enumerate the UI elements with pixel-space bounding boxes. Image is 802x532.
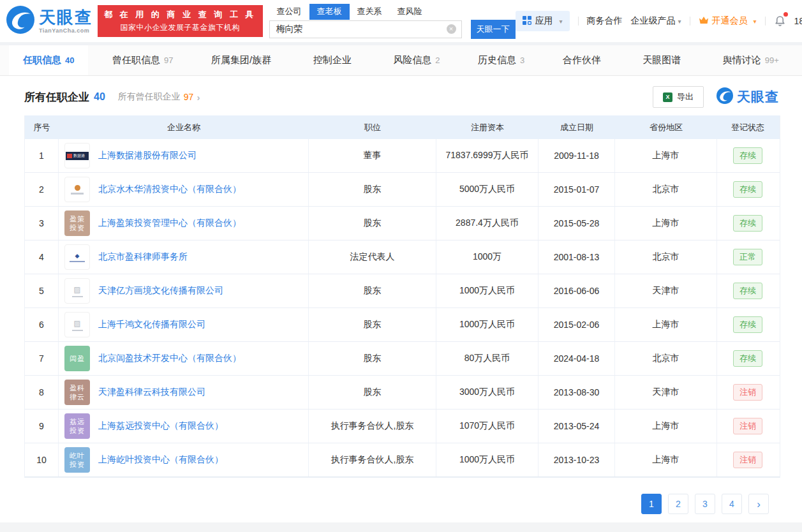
page-tab-label: 合作伙伴 [563, 54, 601, 66]
position-value: 董事 [364, 150, 382, 161]
capital-value: 1000万人民币 [459, 454, 515, 466]
date-cell: 2001-08-13 [538, 240, 615, 274]
company-logo [64, 177, 90, 202]
row-index-cell: 4 [25, 240, 59, 274]
position-value: 股东 [364, 387, 382, 398]
page-tab-count: 40 [65, 55, 74, 65]
position-value: 执行事务合伙人,股东 [331, 420, 414, 432]
date-value: 2015-01-07 [554, 184, 600, 195]
table-row: 1 数据港 上海数据港股份有限公司 董事 71837.6999万人民币 2009… [25, 139, 780, 173]
chevron-down-icon: ▾ [754, 18, 757, 25]
page-tab[interactable]: 任职信息 40 [9, 45, 88, 75]
date-value: 2013-10-23 [554, 455, 600, 465]
position-value: 股东 [364, 184, 382, 195]
search-tab[interactable]: 查风险 [390, 4, 430, 20]
page-button[interactable]: 4 [722, 494, 742, 514]
date-value: 2016-06-06 [554, 286, 600, 296]
nav-enterprise-products[interactable]: 企业级产品 ▾ [631, 15, 681, 27]
search-tab[interactable]: 查公司 [269, 4, 309, 20]
former-positions-link[interactable]: 所有曾任职企业 97 › [118, 91, 200, 103]
tianyancha-logo[interactable]: 天眼查 TianYanCha.com [6, 6, 93, 36]
page-tab[interactable]: 控制企业 [299, 45, 369, 75]
company-logo: 闾盈 [64, 346, 90, 371]
company-link[interactable]: 北京闾盈技术开发中心（有限合伙） [98, 353, 241, 364]
table-row: 3 盈策投资 上海盈策投资管理中心（有限合伙） 股东 2887.4万人民币 20… [25, 207, 780, 240]
company-link[interactable]: 上海盈策投资管理中心（有限合伙） [98, 218, 241, 229]
table-row: 8 盈科律云 天津盈科律云科技有限公司 股东 3000万人民币 2013-08-… [25, 376, 780, 410]
province-value: 北京市 [653, 184, 679, 195]
position-value: 股东 [364, 319, 382, 330]
status-cell: 存续 [717, 342, 778, 375]
company-link[interactable]: 上海荔远投资中心（有限合伙） [98, 420, 223, 432]
company-link[interactable]: 北京市盈科律师事务所 [98, 251, 188, 263]
page-tab[interactable]: 舆情讨论 99+ [709, 45, 793, 75]
capital-cell: 3000万人民币 [436, 376, 538, 409]
position-cell: 股东 [309, 342, 436, 375]
table-row: 9 荔远投资 上海荔远投资中心（有限合伙） 执行事务合伙人,股东 1070万人民… [25, 410, 780, 443]
search-tab[interactable]: 查老板 [309, 4, 350, 20]
company-link[interactable]: 天津盈科律云科技有限公司 [98, 387, 205, 398]
nav-divider [578, 17, 579, 26]
province-value: 天津市 [653, 285, 679, 297]
page-tab-count: 3 [520, 55, 524, 65]
province-value: 北京市 [653, 251, 679, 263]
page-button[interactable]: 1 [641, 494, 662, 514]
company-link[interactable]: 上海千鸿文化传播有限公司 [98, 319, 205, 330]
export-button[interactable]: X 导出 [653, 86, 704, 108]
company-logo: 屹叶投资 [64, 447, 90, 473]
section-header: 所有任职企业 40 所有曾任职企业 97 › X 导出 天眼查 [24, 87, 779, 107]
province-value: 上海市 [653, 319, 679, 330]
page-tab[interactable]: 风险信息 2 [379, 45, 454, 75]
page-tab-label: 舆情讨论 [723, 54, 761, 66]
nav-vip-upgrade[interactable]: 开通会员 ▾ [699, 15, 757, 27]
search-button[interactable]: 天眼一下 [471, 20, 516, 39]
top-header: 天眼查 TianYanCha.com 都 在 用 的 商 业 查 询 工 具 国… [0, 0, 802, 42]
nav-business-cooperation[interactable]: 商务合作 [587, 15, 623, 27]
row-index: 8 [39, 387, 44, 397]
page-button[interactable]: 2 [668, 494, 688, 514]
company-link[interactable]: 北京水木华清投资中心（有限合伙） [98, 184, 241, 195]
nav-divider [765, 17, 766, 26]
page-tab[interactable]: 所属集团/族群 [197, 45, 289, 75]
page-tab[interactable]: 曾任职信息 97 [98, 45, 187, 75]
notifications-button[interactable] [774, 14, 786, 28]
company-link[interactable]: 天津亿方画境文化传播有限公司 [98, 285, 223, 297]
company-logo: 盈科律云 [64, 380, 90, 405]
next-page-button[interactable]: › [748, 494, 769, 514]
capital-cell: 1000万人民币 [436, 443, 538, 477]
company-cell: 天津亿方画境文化传播有限公司 [59, 274, 309, 307]
column-header: 成立日期 [538, 122, 615, 133]
capital-cell: 1000万人民币 [436, 274, 538, 307]
capital-cell: 71837.6999万人民币 [436, 139, 538, 172]
row-index: 6 [39, 320, 44, 330]
search-tab[interactable]: 查关系 [350, 4, 390, 20]
page-tab[interactable]: 合作伙伴 [549, 45, 619, 75]
page-tab-count: 99+ [765, 55, 779, 65]
page-tab[interactable]: 天眼图谱 [628, 45, 699, 75]
position-value: 法定代表人 [350, 251, 395, 263]
search-input[interactable] [270, 24, 461, 34]
former-positions-count: 97 [184, 92, 194, 102]
company-link[interactable]: 上海数据港股份有限公司 [98, 150, 197, 161]
page-button[interactable]: 3 [695, 494, 715, 514]
row-index: 10 [36, 455, 47, 465]
company-logo [64, 278, 90, 304]
page-tab[interactable]: 历史信息 3 [464, 45, 538, 75]
date-cell: 2015-05-28 [538, 207, 615, 240]
company-link[interactable]: 上海屹叶投资中心（有限合伙） [98, 454, 223, 466]
capital-value: 3000万人民币 [459, 387, 515, 398]
status-badge: 存续 [733, 350, 762, 367]
date-cell: 2013-08-30 [538, 376, 615, 409]
apps-menu[interactable]: 应用 ▾ [516, 11, 570, 31]
tianyancha-logo-icon [6, 6, 34, 36]
status-badge: 存续 [733, 147, 762, 164]
province-cell: 上海市 [615, 443, 717, 477]
company-logo [64, 244, 90, 270]
nav-divider [690, 17, 690, 26]
clear-icon[interactable]: × [447, 24, 456, 34]
chevron-down-icon: ▾ [560, 18, 563, 25]
company-cell: 盈科律云 天津盈科律云科技有限公司 [59, 376, 309, 409]
status-badge: 注销 [733, 452, 762, 468]
position-value: 执行事务合伙人,股东 [331, 454, 414, 466]
account-menu[interactable]: 186*... ▾ [794, 16, 802, 26]
